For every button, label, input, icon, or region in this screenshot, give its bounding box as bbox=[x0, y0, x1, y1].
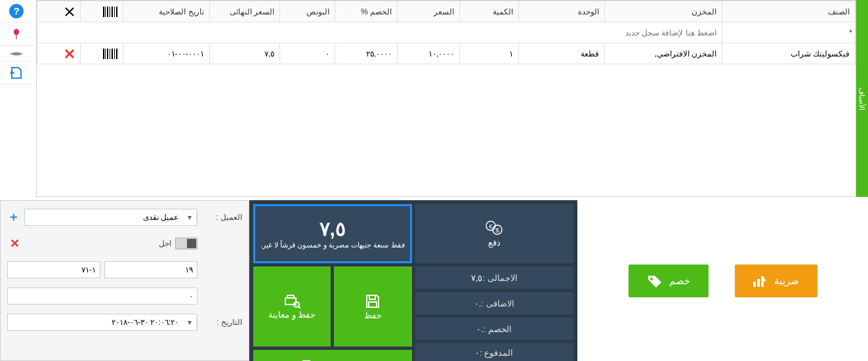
pay-label: دفع bbox=[488, 238, 501, 247]
col-store[interactable]: المخزن bbox=[605, 1, 722, 22]
field-c[interactable] bbox=[7, 287, 197, 305]
col-expiry[interactable]: تاريخ الصلاحية bbox=[123, 1, 209, 22]
field-b[interactable] bbox=[7, 261, 100, 278]
svg-rect-18 bbox=[116, 49, 117, 59]
save-button[interactable]: حفظ bbox=[334, 266, 411, 347]
tax-button[interactable]: ضريبة bbox=[735, 265, 817, 297]
svg-rect-5 bbox=[107, 7, 108, 17]
add-row[interactable]: * اضغط هنا لإضافة سجل جديد bbox=[37, 22, 856, 43]
svg-rect-33 bbox=[757, 279, 760, 287]
print-preview-icon bbox=[283, 294, 300, 308]
customer-input[interactable] bbox=[25, 209, 182, 225]
field-a[interactable] bbox=[104, 261, 197, 278]
col-discount[interactable]: الخصم % bbox=[335, 1, 397, 22]
save-icon bbox=[365, 293, 381, 309]
discount-button[interactable]: خصم bbox=[629, 265, 709, 297]
col-qty[interactable]: الكمية bbox=[460, 1, 518, 22]
cell-final-price[interactable]: ٧,٥ bbox=[209, 43, 279, 64]
svg-rect-32 bbox=[753, 282, 756, 287]
svg-rect-4 bbox=[105, 7, 106, 17]
grand-total-tile: ٧,٥ فقط سبعة جنيهات مصرية و خمسون قرشاً … bbox=[253, 204, 412, 263]
left-vertical-toolbar: ? bbox=[0, 0, 33, 85]
pay-button[interactable]: € $ دفع bbox=[415, 204, 574, 263]
cell-qty[interactable]: ١ bbox=[460, 43, 518, 64]
export-icon[interactable] bbox=[0, 62, 33, 85]
close-icon bbox=[64, 7, 75, 17]
clear-customer-button[interactable]: ✕ bbox=[7, 236, 22, 251]
action-buttons: ضريبة خصم bbox=[577, 200, 868, 361]
save-print-button[interactable]: حفظ وطباعة bbox=[253, 350, 412, 361]
items-table: الصنف المخزن الوحدة الكمية السعر الخصم %… bbox=[36, 0, 856, 197]
date-dropdown[interactable]: ▾ bbox=[7, 314, 197, 331]
cell-delete[interactable] bbox=[37, 43, 81, 64]
cell-price[interactable]: ١٠,٠٠٠٠ bbox=[397, 43, 459, 64]
svg-rect-9 bbox=[116, 7, 117, 17]
svg-rect-14 bbox=[107, 49, 108, 59]
chart-icon bbox=[753, 275, 768, 287]
add-customer-button[interactable]: + bbox=[7, 210, 20, 225]
cell-barcode[interactable] bbox=[80, 43, 123, 64]
svg-rect-6 bbox=[110, 7, 110, 17]
row-extra: الاضافى : ٠. bbox=[415, 292, 574, 314]
col-barcode bbox=[80, 1, 123, 22]
table-row[interactable]: فيكسوليتك شراب المخزن الافتراضي, قطعة ١ … bbox=[37, 43, 856, 64]
col-final-price[interactable]: السعر النهائى bbox=[209, 1, 279, 22]
cell-unit[interactable]: قطعة bbox=[518, 43, 604, 64]
svg-point-35 bbox=[650, 278, 653, 280]
svg-rect-12 bbox=[103, 49, 104, 59]
cell-expiry[interactable]: ٠٠٠١-٠٠-٠١ bbox=[123, 43, 209, 64]
cell-bonus[interactable]: ٠ bbox=[280, 43, 335, 64]
table-header-row: الصنف المخزن الوحدة الكمية السعر الخصم %… bbox=[37, 1, 856, 22]
svg-line-28 bbox=[299, 307, 300, 308]
customer-dropdown[interactable]: ▾ bbox=[24, 209, 197, 226]
date-input[interactable] bbox=[8, 314, 182, 330]
money-icon: € $ bbox=[485, 221, 503, 235]
add-row-hint: اضغط هنا لإضافة سجل جديد bbox=[37, 22, 722, 43]
pin-icon[interactable] bbox=[0, 23, 33, 46]
col-unit[interactable]: الوحدة bbox=[518, 1, 604, 22]
customer-panel: العميل : ▾ + اجل ✕ التاريخ : ▾ bbox=[0, 200, 249, 361]
credit-toggle[interactable] bbox=[175, 238, 197, 249]
grand-total-value: ٧,٥ bbox=[320, 217, 346, 240]
svg-rect-17 bbox=[114, 49, 115, 59]
cell-item[interactable]: فيكسوليتك شراب bbox=[722, 43, 856, 64]
chevron-down-icon[interactable]: ▾ bbox=[182, 213, 197, 222]
svg-rect-3 bbox=[103, 7, 104, 17]
svg-rect-15 bbox=[110, 49, 110, 59]
svg-text:€: € bbox=[489, 223, 493, 230]
save-preview-button[interactable]: حفظ و معاينة bbox=[253, 266, 331, 347]
svg-rect-16 bbox=[112, 49, 113, 59]
svg-text:?: ? bbox=[13, 5, 19, 16]
minimize-icon[interactable] bbox=[0, 46, 33, 62]
totals-panel: € $ دفع ٧,٥ فقط سبعة جنيهات مصرية و خمسو… bbox=[249, 200, 577, 361]
cell-discount[interactable]: ٢٥,٠٠٠٠ bbox=[335, 43, 397, 64]
side-tab-label: الأصناف bbox=[858, 87, 867, 110]
row-paid: المدفوع : ٠ bbox=[415, 343, 574, 361]
chevron-down-icon[interactable]: ▾ bbox=[182, 318, 197, 327]
svg-rect-7 bbox=[112, 7, 113, 17]
row-discount: الخصم : ٠. bbox=[415, 318, 574, 340]
svg-text:$: $ bbox=[496, 227, 499, 234]
grand-total-words: فقط سبعة جنيهات مصرية و خمسون قرشاً لا غ… bbox=[260, 240, 405, 249]
svg-rect-13 bbox=[105, 49, 106, 59]
credit-label: اجل bbox=[159, 239, 171, 248]
barcode-icon bbox=[103, 49, 117, 59]
delete-icon bbox=[64, 49, 75, 59]
customer-label: العميل : bbox=[203, 213, 242, 222]
svg-rect-8 bbox=[114, 7, 115, 17]
cell-store[interactable]: المخزن الافتراضي, bbox=[605, 43, 722, 64]
tag-icon bbox=[647, 274, 663, 287]
col-bonus[interactable]: البونص bbox=[280, 1, 335, 22]
svg-rect-26 bbox=[287, 295, 294, 298]
col-price[interactable]: السعر bbox=[397, 1, 459, 22]
date-label: التاريخ : bbox=[203, 318, 242, 327]
col-item[interactable]: الصنف bbox=[722, 1, 856, 22]
help-icon[interactable]: ? bbox=[0, 0, 33, 23]
side-tab-items[interactable]: الأصناف bbox=[856, 0, 868, 197]
row-total: الاجمالى : ٧,٥ bbox=[415, 266, 574, 289]
barcode-icon bbox=[103, 7, 117, 17]
col-delete bbox=[37, 1, 81, 22]
